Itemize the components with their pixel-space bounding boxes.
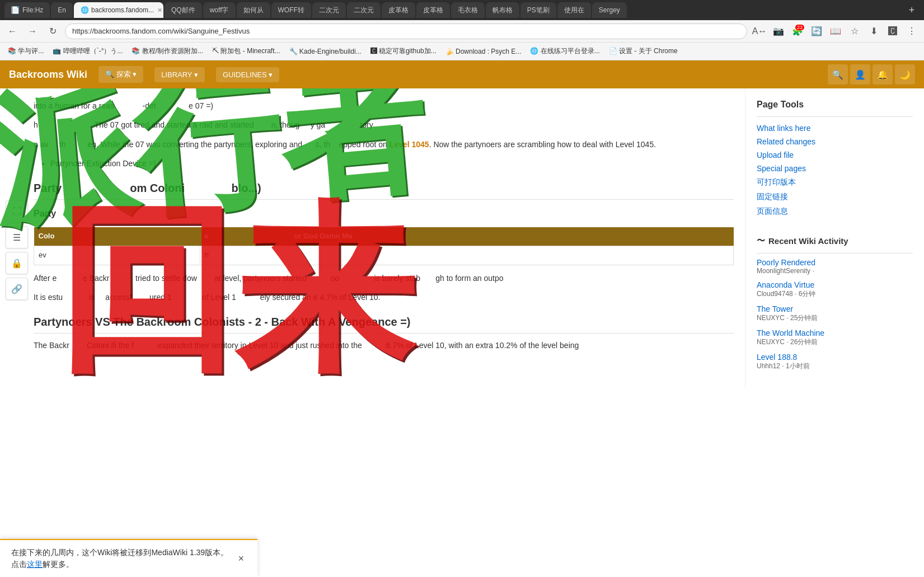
bookmark-psych[interactable]: 🍌 Download : Psych E... [442, 46, 525, 57]
activity-link-world-machine[interactable]: The World Machine [757, 329, 824, 337]
tab-ps[interactable]: PS笔刷 [520, 2, 556, 18]
tab-woff[interactable]: woff字 [203, 2, 236, 18]
table-header-col2: e [200, 227, 289, 246]
subsection-party: Party [34, 207, 734, 221]
table-header-col1: Colo [34, 227, 200, 246]
tab-close-btn[interactable]: ✕ [157, 7, 162, 14]
party-table: Colo e or God Damn Ma ev h [34, 227, 734, 265]
table-header-col3: or God Damn Ma [289, 227, 733, 246]
activity-meta-4: NEUXYC · 26分钟前 [757, 337, 913, 347]
translate-icon[interactable]: A↔ [752, 24, 767, 39]
bookmark-bilibili[interactable]: 📺 哔哩哔哩（`-°）う... [49, 45, 126, 57]
tab-backrooms[interactable]: 🌐 backrooms.fandom... ✕ [74, 2, 163, 18]
address-bar-row: ← → ↻ A↔ 📷 🧩23 🔄 📖 ☆ ⬇ 🅲 ⋮ [0, 20, 924, 43]
toc-btn[interactable]: ☰ [6, 226, 28, 248]
notification-learn-more-link[interactable]: 这里 [27, 560, 43, 569]
activity-item-1: Poorly Rendered MoonlightSerenity · [757, 258, 913, 275]
link-btn[interactable]: 🔗 [6, 278, 28, 300]
wiki-theme-btn[interactable]: 🌙 [895, 64, 915, 85]
wiki-logo[interactable]: Backrooms Wiki [9, 69, 87, 81]
article-para-2: n av th en. While the 07 was converting … [34, 138, 734, 151]
tab-2d1[interactable]: 二次元 [312, 2, 346, 18]
notification-text: 在接下来的几周内，这个Wiki将被迁移到MediaWiki 1.39版本。点击这… [11, 547, 236, 570]
lock-btn[interactable]: 🔒 [6, 252, 28, 274]
notification-close-btn[interactable]: × [236, 551, 246, 567]
forward-btn[interactable]: → [25, 24, 40, 39]
activity-meta-3: NEUXYC · 25分钟前 [757, 313, 913, 323]
wiki-search-btn[interactable]: 🔍 [828, 64, 848, 85]
tab-2d2[interactable]: 二次元 [347, 2, 381, 18]
tab-en[interactable]: En [51, 2, 73, 18]
link-special-pages[interactable]: Special pages [757, 162, 913, 175]
main-content: 派行者 回来了？ into a human for a reas -det e … [0, 88, 745, 388]
tab-sweater[interactable]: 毛衣格 [451, 2, 485, 18]
bookmark-xueyupingjia[interactable]: 📚 学与评... [4, 45, 47, 57]
tab-howto[interactable]: 如何从 [237, 2, 270, 18]
link-page-info[interactable]: 页面信息 [757, 204, 913, 219]
bookmark-minecraft[interactable]: ⛏ 附加包 - Minecraft... [209, 45, 283, 57]
article-para-vengeance: The Backr Coloni lli the f expanded thei… [34, 339, 734, 351]
table-cell-2: h [200, 246, 289, 265]
bookmarks-bar: 📚 学与评... 📺 哔哩哔哩（`-°）う... 📚 教程/制作资源附加... … [0, 43, 924, 60]
activity-link-tower[interactable]: The Tower [757, 304, 793, 313]
nav-explore-btn[interactable]: 🔍 探索 ▾ [99, 66, 143, 83]
bookmark-kade[interactable]: 🔧 Kade-Engine/buildi... [286, 46, 365, 57]
activity-item-2: Anaconda Virtue Cloud94748 · 6分钟 [757, 280, 913, 299]
activity-link-anaconda[interactable]: Anaconda Virtue [757, 280, 814, 289]
right-sidebar: Page Tools What links here Related chang… [745, 88, 924, 388]
activity-link-level-188[interactable]: Level 188.8 [757, 353, 797, 362]
link-printable[interactable]: 可打印版本 [757, 175, 913, 190]
tab-qq[interactable]: QQ邮件 [165, 2, 202, 18]
toolbar-icons: A↔ 📷 🧩23 🔄 📖 ☆ ⬇ 🅲 ⋮ [752, 24, 920, 39]
page-tools: Page Tools What links here Related chang… [757, 100, 913, 219]
screenshot-icon[interactable]: 📷 [771, 24, 786, 39]
bookmark-chrome-settings[interactable]: 📄 设置 - 关于 Chrome [606, 45, 681, 57]
activity-icon: 〜 [757, 236, 765, 246]
activity-meta-1: MoonlightSerenity · [757, 267, 913, 275]
bookmark-github[interactable]: 🅲 稳定可靠github加... [367, 45, 440, 57]
section-heading-vengeance: Partynoers VS The Backroom Colonists - 2… [34, 313, 734, 334]
page-tools-title: Page Tools [757, 100, 913, 110]
tab-use[interactable]: 使用在 [557, 2, 591, 18]
activity-divider [757, 253, 913, 254]
link-what-links-here[interactable]: What links here [757, 121, 913, 135]
wiki-notifications-btn[interactable]: 🔔 [873, 64, 893, 85]
refresh-btn[interactable]: ↻ [45, 24, 60, 39]
extensions-icon[interactable]: 🧩23 [790, 24, 805, 39]
download-icon[interactable]: ⬇ [866, 24, 881, 39]
bookmark-sync-icon[interactable]: 🔄 [809, 24, 824, 39]
link-upload-file[interactable]: Upload file [757, 148, 913, 162]
activity-item-3: The Tower NEUXYC · 25分钟前 [757, 304, 913, 323]
link-permalink[interactable]: 固定链接 [757, 190, 913, 204]
menu-icon[interactable]: ⋮ [904, 24, 920, 39]
wiki-user-btn[interactable]: 👤 [850, 64, 870, 85]
activity-meta-5: Uhhh12 · 1小时前 [757, 362, 913, 371]
tab-woff2[interactable]: WOFF转 [271, 2, 311, 18]
nav-guidelines-btn[interactable]: GUIDELINES ▾ [216, 67, 279, 82]
level-link[interactable]: Level 1045 [390, 140, 429, 149]
bullet-item-extinction: Partynoer Extinction Device =) [50, 157, 734, 170]
tab-canvas[interactable]: 帆布格 [486, 2, 519, 18]
tab-leather2[interactable]: 皮革格 [416, 2, 450, 18]
recent-activity: 〜 Recent Wiki Activity Poorly Rendered M… [757, 236, 913, 371]
recent-activity-title: Recent Wiki Activity [768, 236, 848, 246]
tab-leather1[interactable]: 皮革格 [382, 2, 415, 18]
tab-sergey[interactable]: Sergey [592, 2, 627, 18]
link-related-changes[interactable]: Related changes [757, 135, 913, 148]
new-tab-btn[interactable]: + [904, 2, 920, 18]
reader-mode-icon[interactable]: 📖 [828, 24, 843, 39]
tab-file-hz[interactable]: 📄 Backrooms Wiki File:Hz [4, 2, 50, 18]
back-btn[interactable]: ← [4, 24, 20, 39]
bookmark-tutorial[interactable]: 📚 教程/制作资源附加... [128, 45, 207, 57]
wiki-header: Backrooms Wiki 🔍 探索 ▾ LIBRARY ▾ GUIDELIN… [0, 60, 924, 88]
activity-link-poorly-rendered[interactable]: Poorly Rendered [757, 258, 815, 267]
table-cell-3 [289, 246, 733, 265]
article-para-1: h . The 07 got tired and started a raid … [34, 119, 734, 131]
profile-icon[interactable]: 🅲 [885, 24, 900, 39]
article-para-est: It is estu is accessf ured 1 of Level 1 … [34, 291, 734, 303]
nav-library-btn[interactable]: LIBRARY ▾ [154, 67, 205, 82]
favorites-icon[interactable]: ☆ [847, 24, 862, 39]
expand-btn[interactable]: ⛶ [6, 200, 28, 223]
address-input[interactable] [65, 24, 747, 39]
bookmark-online[interactable]: 🌐 在线练习平台登录... [527, 45, 603, 57]
